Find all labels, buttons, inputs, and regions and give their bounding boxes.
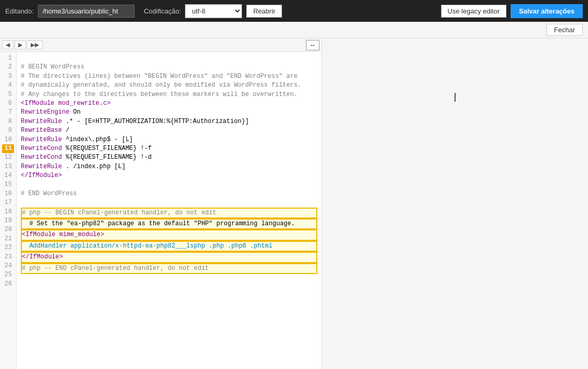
right-panel: I xyxy=(322,38,588,369)
encoding-select[interactable]: utf-8 xyxy=(185,4,242,18)
save-button[interactable]: Salvar alterações xyxy=(511,4,583,18)
reopen-button[interactable]: Reabrir xyxy=(246,5,282,18)
editing-label: Editando: xyxy=(5,7,34,15)
code-panel: ◀ ▶ ▶▶ ↔ 1234567891011121314151617181920… xyxy=(0,38,322,369)
encoding-label: Codificação: xyxy=(144,7,181,15)
code-content[interactable]: # BEGIN WordPress# The directives (lines… xyxy=(17,52,322,369)
expand-button[interactable]: ↔ xyxy=(306,40,319,50)
close-button[interactable]: Fechar xyxy=(546,24,583,36)
main-toolbar: Editando: Codificação: utf-8 Reabrir Use… xyxy=(0,0,588,22)
sub-toolbar: Fechar xyxy=(0,22,588,38)
legacy-editor-button[interactable]: Use legacy editor xyxy=(441,5,506,18)
cursor-indicator: I xyxy=(453,90,457,105)
code-toolbar-btn-2[interactable]: ▶ xyxy=(15,40,26,49)
code-editor[interactable]: 1234567891011121314151617181920212223242… xyxy=(0,52,322,369)
code-toolbar-btn-1[interactable]: ◀ xyxy=(2,40,14,49)
filepath-input[interactable] xyxy=(38,5,135,18)
code-mini-toolbar: ◀ ▶ ▶▶ ↔ xyxy=(0,38,322,52)
code-toolbar-btn-3[interactable]: ▶▶ xyxy=(27,40,43,49)
line-numbers: 1234567891011121314151617181920212223242… xyxy=(0,52,17,369)
editor-container: ◀ ▶ ▶▶ ↔ 1234567891011121314151617181920… xyxy=(0,38,588,369)
